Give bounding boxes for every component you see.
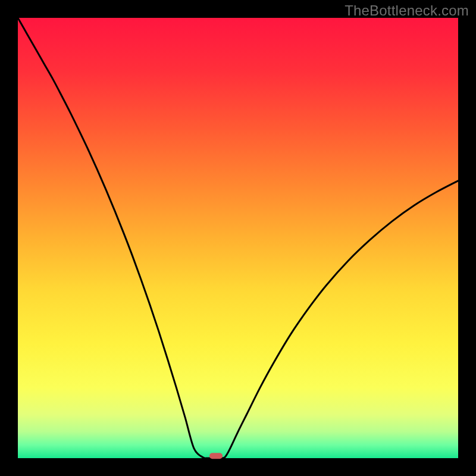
plot-background — [18, 18, 458, 458]
chart-frame: TheBottleneck.com — [0, 0, 476, 476]
optimal-marker — [209, 453, 223, 459]
watermark-text: TheBottleneck.com — [345, 2, 469, 19]
bottleneck-chart — [0, 0, 476, 476]
